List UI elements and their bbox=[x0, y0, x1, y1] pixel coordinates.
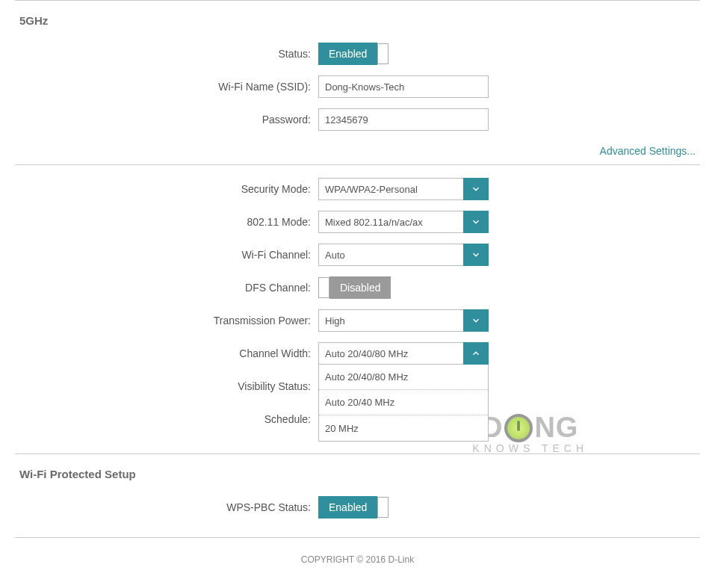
toggle-5ghz-status-label: Enabled bbox=[318, 43, 377, 65]
chevron-down-icon bbox=[463, 178, 489, 200]
row-channel-width: Channel Width: Auto 20/40/80 MHz Auto 20… bbox=[15, 337, 700, 370]
form-5ghz-advanced: Security Mode: WPA/WPA2-Personal 802.11 … bbox=[15, 165, 700, 440]
chevron-up-icon bbox=[463, 342, 489, 365]
channel-width-select[interactable]: Auto 20/40/80 MHz Auto 20/40/80 MHz Auto… bbox=[318, 342, 489, 365]
password-input[interactable] bbox=[318, 108, 489, 131]
channel-width-value: Auto 20/40/80 MHz bbox=[318, 342, 463, 365]
toggle-wps-pbc[interactable]: Enabled bbox=[318, 496, 389, 519]
toggle-dfs-label: Disabled bbox=[329, 276, 391, 299]
tx-power-select[interactable]: High bbox=[318, 309, 489, 332]
chevron-down-icon bbox=[463, 244, 489, 266]
toggle-knob-icon bbox=[377, 43, 389, 64]
label-dfs-channel: DFS Channel: bbox=[15, 282, 318, 294]
toggle-knob-icon bbox=[377, 497, 389, 518]
label-security-mode: Security Mode: bbox=[15, 183, 318, 195]
chevron-down-icon bbox=[463, 309, 489, 332]
section-title-wps: Wi-Fi Protected Setup bbox=[15, 454, 700, 491]
row-password: Password: bbox=[15, 103, 700, 136]
chevron-down-icon bbox=[463, 211, 489, 233]
label-80211-mode: 802.11 Mode: bbox=[15, 216, 318, 228]
section-title-5ghz: 5GHz bbox=[15, 1, 700, 37]
mode-80211-value: Mixed 802.11a/n/ac/ax bbox=[318, 211, 463, 233]
row-status: Status: Enabled bbox=[15, 37, 700, 70]
label-tx-power: Transmission Power: bbox=[15, 315, 318, 327]
security-mode-value: WPA/WPA2-Personal bbox=[318, 178, 463, 200]
label-schedule: Schedule: bbox=[15, 413, 318, 425]
mode-80211-select[interactable]: Mixed 802.11a/n/ac/ax bbox=[318, 211, 489, 233]
channel-width-option[interactable]: Auto 20/40 MHz bbox=[319, 390, 488, 415]
row-wifi-channel: Wi-Fi Channel: Auto bbox=[15, 238, 700, 271]
label-visibility: Visibility Status: bbox=[15, 380, 318, 392]
tx-power-value: High bbox=[318, 309, 463, 332]
form-wps: WPS-PBC Status: Enabled bbox=[15, 491, 700, 528]
form-5ghz-basic: Status: Enabled Wi-Fi Name (SSID): Passw… bbox=[15, 37, 700, 140]
row-security-mode: Security Mode: WPA/WPA2-Personal bbox=[15, 173, 700, 205]
label-channel-width: Channel Width: bbox=[15, 347, 318, 359]
label-wifi-channel: Wi-Fi Channel: bbox=[15, 249, 318, 261]
footer-copyright: COPYRIGHT © 2016 D-Link bbox=[15, 538, 700, 578]
row-ssid: Wi-Fi Name (SSID): bbox=[15, 70, 700, 103]
label-ssid: Wi-Fi Name (SSID): bbox=[15, 81, 318, 93]
label-wps-pbc: WPS-PBC Status: bbox=[15, 501, 318, 513]
ssid-input[interactable] bbox=[318, 75, 489, 98]
row-dfs-channel: DFS Channel: Disabled bbox=[15, 271, 700, 304]
channel-width-dropdown: Auto 20/40/80 MHz Auto 20/40 MHz 20 MHz bbox=[318, 365, 489, 442]
label-status: Status: bbox=[15, 48, 318, 60]
wifi-channel-select[interactable]: Auto bbox=[318, 244, 489, 266]
toggle-knob-icon bbox=[318, 277, 329, 298]
toggle-dfs[interactable]: Disabled bbox=[318, 276, 391, 299]
channel-width-option[interactable]: Auto 20/40/80 MHz bbox=[319, 365, 488, 390]
row-80211-mode: 802.11 Mode: Mixed 802.11a/n/ac/ax bbox=[15, 205, 700, 238]
row-wps-pbc: WPS-PBC Status: Enabled bbox=[15, 491, 700, 524]
toggle-5ghz-status[interactable]: Enabled bbox=[318, 43, 389, 65]
toggle-wps-pbc-label: Enabled bbox=[318, 496, 377, 519]
channel-width-option[interactable]: 20 MHz bbox=[319, 415, 488, 441]
wifi-channel-value: Auto bbox=[318, 244, 463, 266]
security-mode-select[interactable]: WPA/WPA2-Personal bbox=[318, 178, 489, 200]
label-password: Password: bbox=[15, 114, 318, 126]
advanced-settings-link[interactable]: Advanced Settings... bbox=[600, 145, 696, 157]
row-tx-power: Transmission Power: High bbox=[15, 304, 700, 337]
